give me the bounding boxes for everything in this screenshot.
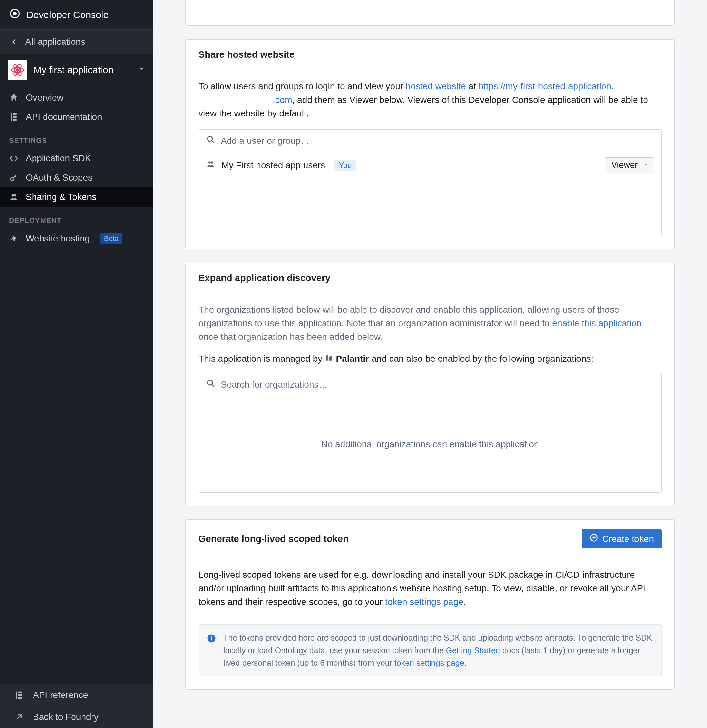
discovery-card-header: Expand application discovery [186, 263, 674, 293]
sidebar-item-oauth[interactable]: OAuth & Scopes [0, 168, 153, 187]
token-info-callout: The tokens provided here are scoped to j… [199, 624, 662, 676]
org-empty-state: No additional organizations can enable t… [199, 396, 661, 492]
create-token-button[interactable]: Create token [581, 529, 662, 549]
create-token-label: Create token [602, 534, 654, 544]
sidebar-footer-api-reference[interactable]: API reference [0, 684, 153, 706]
org-icon [325, 353, 333, 364]
sidebar-item-label: API reference [33, 690, 88, 700]
org-search-wrap: No additional organizations can enable t… [199, 373, 662, 493]
share-title: Share hosted website [199, 49, 294, 60]
search-icon [206, 135, 216, 147]
discovery-card: Expand application discovery The organiz… [185, 263, 675, 506]
all-applications-label: All applications [25, 37, 85, 47]
share-list: My First hosted app users You Viewer [199, 152, 661, 236]
app-thumbnail [8, 60, 27, 79]
sidebar-item-api-docs[interactable]: API documentation [0, 107, 153, 127]
sidebar-item-label: Sharing & Tokens [26, 192, 96, 202]
sidebar-item-label: Overview [26, 92, 63, 103]
discovery-title: Expand application discovery [199, 273, 330, 283]
users-icon [206, 159, 216, 171]
sidebar-item-sdk[interactable]: Application SDK [0, 149, 153, 168]
role-select-label: Viewer [611, 160, 638, 170]
token-card: Generate long-lived scoped token Create … [185, 519, 675, 690]
you-badge: You [334, 160, 356, 171]
all-applications-link[interactable]: All applications [0, 29, 153, 55]
getting-started-link[interactable]: Getting Started [446, 646, 500, 655]
token-title: Generate long-lived scoped token [199, 534, 349, 544]
sidebar-footer-back-foundry[interactable]: Back to Foundry [0, 706, 153, 728]
svg-point-6 [11, 177, 14, 181]
sidebar-item-label: OAuth & Scopes [26, 172, 92, 183]
token-card-header: Generate long-lived scoped token Create … [186, 520, 674, 558]
share-search-input[interactable] [221, 136, 654, 146]
sidebar-item-sharing[interactable]: Sharing & Tokens [0, 187, 153, 207]
search-icon [206, 378, 216, 390]
application-selector[interactable]: My first application [0, 55, 153, 85]
svg-point-1 [13, 12, 16, 15]
sidebar-header: Developer Console [0, 0, 153, 29]
sidebar-item-overview[interactable]: Overview [0, 88, 153, 107]
caret-down-icon [642, 160, 649, 170]
brand-logo-icon [9, 8, 21, 22]
discovery-description: The organizations listed below will be a… [199, 303, 662, 344]
sidebar: Developer Console All applications My fi… [0, 0, 153, 728]
token-settings-link[interactable]: token settings page [385, 597, 463, 607]
caret-down-icon [138, 65, 145, 75]
org-search-input[interactable] [221, 380, 654, 390]
hosted-website-link[interactable]: hosted website [406, 81, 466, 91]
sidebar-item-label: API documentation [26, 112, 102, 122]
share-card-header: Share hosted website [186, 40, 674, 70]
svg-point-2 [16, 69, 19, 71]
brand-title: Developer Console [26, 9, 108, 20]
role-select[interactable]: Viewer [605, 157, 654, 173]
sidebar-section-settings: SETTINGS [0, 127, 153, 149]
sidebar-nav: Overview API documentation SETTINGS Appl… [0, 85, 153, 248]
share-card: Share hosted website To allow users and … [185, 39, 675, 249]
svg-point-8 [208, 380, 212, 385]
previous-card-stub [185, 0, 675, 26]
token-settings-link-callout[interactable]: token settings page [394, 659, 465, 667]
share-row-name: My First hosted app users [221, 160, 325, 170]
sidebar-footer: API reference Back to Foundry [0, 684, 153, 728]
svg-rect-11 [211, 638, 212, 641]
share-search-wrap: My First hosted app users You Viewer [199, 129, 662, 236]
managing-org-name: Palantir [336, 354, 369, 364]
info-icon [206, 631, 216, 669]
svg-point-7 [208, 136, 212, 141]
token-description: Long-lived scoped tokens are used for e.… [199, 568, 662, 609]
managed-by-line: This application is managed by Palantir … [199, 353, 662, 364]
sidebar-item-label: Website hosting [26, 233, 90, 244]
enable-application-link[interactable]: enable this application [552, 318, 641, 328]
sidebar-section-deployment: DEPLOYMENT [0, 207, 153, 228]
plus-circle-icon [589, 533, 599, 545]
share-description: To allow users and groups to login to an… [199, 79, 662, 120]
share-list-row: My First hosted app users You Viewer [199, 152, 661, 178]
sidebar-item-hosting[interactable]: Website hosting Beta [0, 228, 153, 248]
app-name: My first application [33, 65, 131, 75]
beta-badge: Beta [100, 233, 123, 244]
token-callout-text: The tokens provided here are scoped to j… [223, 631, 654, 669]
svg-rect-12 [211, 636, 212, 637]
main-content: Share hosted website To allow users and … [153, 0, 707, 728]
sidebar-item-label: Application SDK [26, 153, 91, 163]
sidebar-item-label: Back to Foundry [33, 712, 99, 722]
